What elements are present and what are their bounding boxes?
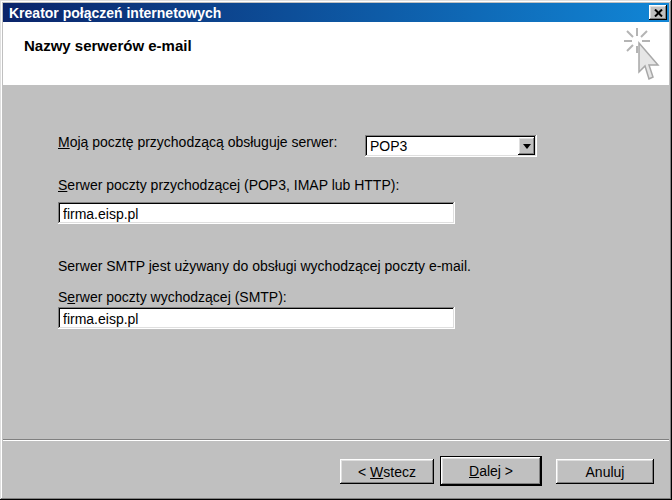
back-button-label: < Wstecz: [358, 464, 416, 480]
close-icon: [654, 9, 663, 17]
cancel-button[interactable]: Anuluj: [556, 459, 654, 484]
outgoing-server-label: Serwer poczty wychodzącej (SMTP):: [58, 289, 287, 305]
next-button-label: Dalej >: [469, 463, 513, 479]
close-button[interactable]: [649, 5, 667, 20]
separator-line: [3, 439, 669, 441]
next-button[interactable]: Dalej >: [441, 457, 541, 485]
incoming-server-input[interactable]: [58, 202, 455, 224]
title-bar[interactable]: Kreator połączeń internetowych: [3, 3, 669, 22]
smtp-info-text: Serwer SMTP jest używany do obsługi wych…: [58, 258, 471, 274]
page-title: Nazwy serwerów e-mail: [24, 37, 192, 54]
wizard-header: Nazwy serwerów e-mail: [3, 22, 669, 85]
window-title: Kreator połączeń internetowych: [9, 5, 221, 21]
incoming-type-label: Moją pocztę przychodzącą obsługuje serwe…: [58, 134, 337, 150]
incoming-type-combobox[interactable]: POP3: [365, 135, 537, 157]
sparkle-cursor-icon: [622, 26, 664, 84]
combobox-selected-value: POP3: [370, 138, 407, 154]
back-button[interactable]: < Wstecz: [340, 459, 434, 484]
wizard-dialog: Kreator połączeń internetowych Nazwy ser…: [0, 0, 672, 500]
outgoing-server-input[interactable]: [58, 307, 455, 329]
cancel-button-label: Anuluj: [586, 464, 625, 480]
combobox-dropdown-button[interactable]: [518, 137, 535, 155]
chevron-down-icon: [523, 144, 531, 149]
next-button-default-ring: Dalej >: [440, 456, 542, 486]
incoming-server-label: Serwer poczty przychodzącej (POP3, IMAP …: [58, 177, 399, 193]
